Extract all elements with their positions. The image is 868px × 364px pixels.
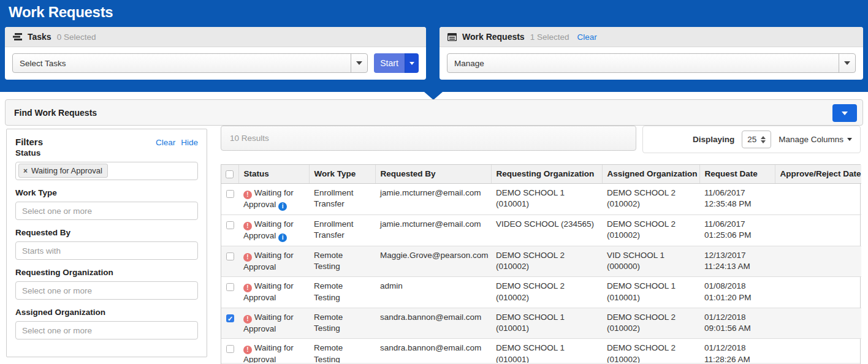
- work-type-cell: Remote Testing: [309, 277, 375, 308]
- requested-by-cell: sandra.bannon@email.com: [375, 308, 491, 339]
- start-button[interactable]: Start: [374, 53, 405, 73]
- status-cell: ! Waiting for Approval: [238, 308, 309, 339]
- request-date-cell: 01/08/2018 01:01:20 PM: [699, 277, 775, 308]
- approve-reject-date-cell: [775, 308, 861, 339]
- status-cell: ! Waiting for Approval: [238, 277, 309, 308]
- table-header-row: Status Work Type Requested By Requesting…: [221, 165, 861, 183]
- status-filter-label: Status: [15, 148, 198, 157]
- approve-reject-date-cell: [775, 277, 861, 308]
- error-icon: !: [243, 191, 252, 199]
- find-work-requests-title: Find Work Requests: [14, 108, 97, 118]
- requested-by-filter-input[interactable]: [15, 241, 198, 260]
- work-type-filter-input[interactable]: [15, 202, 198, 220]
- requested-by-cell: jamie.mcturner@email.com: [375, 214, 491, 246]
- start-dropdown-button[interactable]: [405, 53, 419, 73]
- find-work-requests-header: Find Work Requests: [5, 99, 863, 126]
- table-row: ! Waiting for Approval iEnrollment Trans…: [221, 214, 861, 246]
- manage-columns-label: Manage Columns: [779, 135, 843, 144]
- table-row: ! Waiting for Approval Remote Testingadm…: [221, 277, 861, 308]
- list-alt-icon: [447, 33, 457, 41]
- select-tasks-dropdown[interactable]: Select Tasks: [12, 53, 368, 73]
- filters-clear-link[interactable]: Clear: [156, 138, 175, 147]
- displaying-label: Displaying: [693, 135, 734, 144]
- row-checkbox[interactable]: [226, 283, 234, 291]
- tasks-panel-title: Tasks: [28, 32, 51, 42]
- table-row: ! Waiting for Approval Remote Testingsan…: [221, 339, 861, 364]
- work-type-cell: Remote Testing: [309, 308, 375, 339]
- column-header-requesting-organization[interactable]: Requesting Organization: [491, 165, 602, 183]
- work-type-cell: Enrollment Transfer: [309, 183, 375, 214]
- display-options-bar: Displaying 25 Manage Columns: [642, 126, 861, 153]
- requesting-org-filter-label: Requesting Organization: [15, 268, 198, 277]
- results-count-bar: 10 Results: [221, 126, 636, 151]
- row-checkbox[interactable]: [226, 190, 234, 198]
- request-date-cell: 11/06/2017 12:35:48 PM: [699, 183, 775, 214]
- page-title: Work Requests: [9, 4, 113, 21]
- page-size-value: 25: [747, 135, 756, 144]
- error-icon: !: [243, 346, 252, 354]
- row-checkbox[interactable]: [226, 221, 234, 229]
- status-filter-field[interactable]: × Waiting for Approval: [15, 162, 198, 180]
- assigned-org-filter-label: Assigned Organization: [15, 308, 198, 317]
- row-checkbox[interactable]: [226, 345, 234, 353]
- requesting-org-filter-input[interactable]: [15, 281, 198, 300]
- page-header-band: Work Requests Tasks 0 Selected Select Ta…: [0, 0, 868, 92]
- results-table: Status Work Type Requested By Requesting…: [221, 164, 861, 364]
- request-date-cell: 01/12/2018 11:28:26 AM: [699, 339, 775, 364]
- requesting-organization-cell: VIDEO SCHOOL (234565): [491, 214, 602, 246]
- work-requests-panel: Work Requests 1 Selected Clear Manage: [440, 27, 863, 80]
- requesting-organization-cell: DEMO SCHOOL 2 (010002): [491, 246, 602, 277]
- work-type-filter-label: Work Type: [15, 188, 198, 197]
- error-icon: !: [243, 222, 252, 230]
- info-icon[interactable]: i: [278, 202, 287, 211]
- manage-dropdown[interactable]: Manage: [447, 53, 856, 73]
- assigned-organization-cell: DEMO SCHOOL 1 (010001): [602, 277, 699, 308]
- filters-hide-link[interactable]: Hide: [181, 138, 198, 147]
- tasks-panel-header: Tasks 0 Selected: [5, 27, 426, 47]
- manage-columns-button[interactable]: Manage Columns: [779, 135, 852, 144]
- work-type-cell: Remote Testing: [309, 246, 375, 277]
- spinner-arrows-icon: [761, 136, 766, 143]
- approve-reject-date-cell: [775, 339, 861, 364]
- approve-reject-date-cell: [775, 246, 861, 277]
- manage-dropdown-value: Manage: [447, 59, 839, 68]
- approve-reject-date-cell: [775, 183, 861, 214]
- column-header-assigned-organization[interactable]: Assigned Organization: [602, 165, 699, 183]
- row-checkbox[interactable]: [226, 252, 234, 260]
- assigned-organization-cell: VID SCHOOL 1 (000000): [602, 246, 699, 277]
- status-filter-tag-label: Waiting for Approval: [31, 166, 102, 175]
- results-count: 10 Results: [230, 134, 269, 143]
- assigned-org-filter-input[interactable]: [15, 321, 198, 339]
- request-date-cell: 01/12/2018 09:01:56 AM: [699, 308, 775, 339]
- status-cell: ! Waiting for Approval: [238, 339, 309, 364]
- column-header-approve-reject-date[interactable]: Approve/Reject Date: [775, 165, 861, 183]
- page-size-select[interactable]: 25: [742, 131, 771, 148]
- requested-by-cell: Maggie.Grove@pearson.com: [375, 246, 491, 277]
- requested-by-cell: jamie.mcturner@email.com: [375, 183, 491, 214]
- column-header-requested-by[interactable]: Requested By: [375, 165, 491, 183]
- work-type-cell: Enrollment Transfer: [309, 214, 375, 246]
- work-requests-panel-title: Work Requests: [462, 32, 525, 42]
- chevron-down-icon: [847, 138, 852, 141]
- find-panel-dropdown-button[interactable]: [832, 104, 857, 122]
- column-header-request-date[interactable]: Request Date: [699, 165, 775, 183]
- select-all-checkbox[interactable]: [226, 170, 234, 178]
- info-icon[interactable]: i: [278, 233, 287, 242]
- requesting-organization-cell: DEMO SCHOOL 1 (010001): [491, 183, 602, 214]
- table-row: ! Waiting for Approval Remote TestingMag…: [221, 246, 861, 277]
- column-header-status[interactable]: Status: [238, 165, 309, 183]
- assigned-organization-cell: DEMO SCHOOL 2 (010002): [602, 308, 699, 339]
- requesting-organization-cell: DEMO SCHOOL 1 (010001): [491, 339, 602, 364]
- tasks-panel-body: Select Tasks Start: [5, 47, 426, 79]
- error-icon: !: [243, 315, 252, 324]
- assigned-organization-cell: DEMO SCHOOL 2 (010002): [602, 183, 699, 214]
- status-cell: ! Waiting for Approval i: [238, 183, 309, 214]
- chevron-down-icon: [351, 54, 367, 72]
- row-checkbox[interactable]: [226, 314, 234, 322]
- requesting-organization-cell: DEMO SCHOOL 2 (010002): [491, 277, 602, 308]
- column-header-work-type[interactable]: Work Type: [309, 165, 375, 183]
- remove-tag-icon[interactable]: ×: [23, 167, 28, 175]
- chevron-down-icon: [839, 54, 855, 72]
- work-type-cell: Remote Testing: [309, 339, 375, 364]
- work-requests-clear-link[interactable]: Clear: [577, 32, 596, 42]
